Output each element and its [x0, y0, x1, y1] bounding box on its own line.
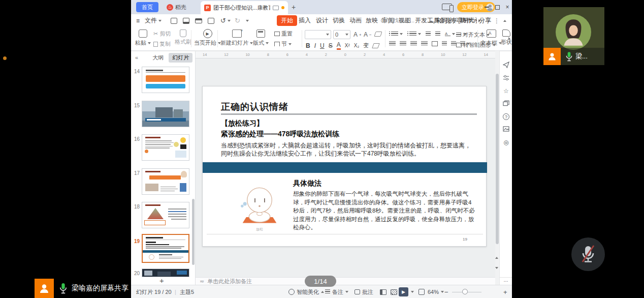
- slide-thumbnail-14[interactable]: [142, 67, 189, 93]
- collapse-panel-icon[interactable]: «: [135, 54, 138, 61]
- undo-button[interactable]: ↺: [220, 14, 231, 27]
- mute-microphone-button[interactable]: [571, 237, 605, 271]
- increase-indent-button[interactable]: [435, 32, 440, 37]
- superscript-button[interactable]: X²: [345, 43, 350, 48]
- font-size-select[interactable]: 0: [333, 30, 350, 39]
- slideshow-play-button[interactable]: ▶: [399, 287, 408, 296]
- resource-globe-icon[interactable]: ◎: [500, 139, 512, 146]
- align-center-button[interactable]: [400, 41, 406, 46]
- font-color-button[interactable]: A: [337, 41, 341, 50]
- vertical-scrollbar[interactable]: [495, 51, 499, 285]
- zoom-in-button[interactable]: +: [503, 285, 507, 298]
- hamburger-icon[interactable]: ≡: [136, 14, 140, 27]
- previous-slide-button[interactable]: [495, 257, 498, 259]
- strikethrough-button[interactable]: S: [329, 42, 333, 49]
- share-button[interactable]: ⇗ 分享: [472, 14, 491, 27]
- underline-button[interactable]: U: [320, 42, 325, 49]
- zoom-out-button[interactable]: −: [444, 285, 448, 298]
- properties-sliders-icon[interactable]: [500, 75, 512, 82]
- slide-thumbnail-19-current[interactable]: [142, 234, 189, 263]
- notes-bar[interactable]: ≂ 单击此处添加备注: [196, 277, 495, 285]
- scrollbar-thumb[interactable]: [496, 74, 499, 244]
- slide-thumbnail-17[interactable]: [142, 168, 189, 195]
- sync-status[interactable]: ☁ 未同步: [428, 14, 454, 27]
- collaborate-button[interactable]: 协作: [453, 14, 472, 27]
- redo-button[interactable]: ↻: [235, 14, 240, 27]
- reset-button[interactable]: 重置: [274, 30, 293, 38]
- paste-button[interactable]: 粘贴: [135, 29, 151, 47]
- ribbon-tab-design[interactable]: 设计: [316, 14, 328, 27]
- text-direction-button[interactable]: A: [445, 32, 455, 36]
- slide-thumbnail-15[interactable]: [142, 101, 189, 127]
- help-icon[interactable]: ?: [500, 113, 512, 120]
- close-button[interactable]: ×: [504, 4, 511, 11]
- participant-video-panel[interactable]: 梁...: [543, 7, 604, 65]
- panel-scrollbar[interactable]: [192, 199, 195, 265]
- notes-toggle-button[interactable]: 备注: [325, 285, 348, 298]
- justify-button[interactable]: [421, 41, 428, 46]
- layout-button[interactable]: 版式: [253, 29, 269, 47]
- home-tab-button[interactable]: 首页: [136, 2, 158, 12]
- ribbon-tab-insert[interactable]: 插入: [299, 14, 311, 27]
- highlight-pen-icon[interactable]: [372, 43, 380, 48]
- ribbon-expand-icon[interactable]: [508, 37, 510, 40]
- decrease-font-button[interactable]: A−: [364, 31, 372, 38]
- para-spacing-1-button[interactable]: [442, 41, 447, 46]
- new-tab-button[interactable]: +: [292, 3, 296, 11]
- file-menu[interactable]: 文件: [145, 14, 162, 27]
- print-preview-button[interactable]: [208, 14, 214, 27]
- add-slide-button[interactable]: +: [159, 276, 164, 285]
- minimize-button[interactable]: [483, 4, 490, 11]
- effects-star-icon[interactable]: ☆: [500, 87, 512, 95]
- slide-canvas[interactable]: 正确的认识情绪 【放松练习】 紧张感的处理——478呼吸法放松训练 当感到恐惧或…: [202, 86, 487, 247]
- ribbon-tab-animation[interactable]: 动画: [349, 14, 362, 27]
- tab-outline[interactable]: 大纲: [152, 54, 164, 62]
- kebab-menu-icon[interactable]: ⋮: [494, 14, 500, 27]
- subscript-button[interactable]: X₂: [354, 43, 360, 48]
- slide-thumbnail-16[interactable]: [142, 134, 189, 161]
- maximize-button[interactable]: [494, 4, 501, 11]
- copy-button[interactable]: 复制: [153, 40, 171, 48]
- slide-thumbnail-18[interactable]: [142, 202, 189, 228]
- next-slide-button[interactable]: [495, 267, 498, 269]
- align-right-button[interactable]: [410, 41, 417, 46]
- send-to-device-icon[interactable]: [500, 62, 512, 70]
- zoom-level[interactable]: 64%: [428, 285, 444, 298]
- bullet-list-button[interactable]: [389, 32, 403, 37]
- collapse-ribbon-icon[interactable]: [503, 14, 506, 27]
- smart-beautify-button[interactable]: 智能美化: [288, 285, 324, 298]
- new-slide-button[interactable]: + 新建幻灯片: [220, 29, 253, 47]
- format-painter-button[interactable]: 格式刷: [175, 29, 191, 46]
- slide-sorter-view-button[interactable]: [391, 289, 397, 295]
- increase-font-button[interactable]: A+: [353, 31, 362, 38]
- fit-slide-icon[interactable]: [418, 289, 425, 295]
- tab-slides[interactable]: 幻灯片: [169, 53, 192, 63]
- cut-button[interactable]: ✂剪切: [153, 30, 171, 38]
- comments-button[interactable]: 批注: [355, 285, 373, 298]
- export-image-icon[interactable]: [500, 126, 512, 133]
- bold-button[interactable]: B: [306, 42, 310, 49]
- theme-label[interactable]: 主题5: [180, 285, 194, 298]
- document-tab[interactable]: P 团干部心理知识...康教育0504: [201, 1, 288, 14]
- clear-format-eraser-icon[interactable]: [374, 32, 382, 37]
- quickbar-more-icon[interactable]: [246, 14, 249, 27]
- normal-view-button[interactable]: [380, 289, 387, 295]
- more-ellipsis-button[interactable]: ⋯: [499, 277, 512, 285]
- devices-icon[interactable]: [442, 4, 452, 10]
- duplicate-slide-icon[interactable]: [500, 100, 512, 108]
- align-left-button[interactable]: [389, 41, 396, 46]
- play-options-caret[interactable]: [411, 291, 414, 293]
- docer-tab[interactable]: ♨ 稻壳: [163, 2, 190, 12]
- export-button[interactable]: [183, 14, 189, 27]
- font-name-select[interactable]: [305, 30, 331, 39]
- italic-button[interactable]: I: [314, 42, 316, 49]
- numbered-list-button[interactable]: [407, 32, 421, 37]
- distribute-button[interactable]: [432, 41, 438, 46]
- decrease-indent-button[interactable]: [426, 32, 431, 37]
- para-spacing-2-button[interactable]: [451, 41, 456, 46]
- textbox-button[interactable]: A 文本框: [480, 29, 502, 47]
- ribbon-tab-slideshow[interactable]: 放映: [366, 14, 378, 27]
- print-button[interactable]: [195, 14, 202, 27]
- zoom-slider-knob[interactable]: [462, 289, 468, 294]
- ribbon-tab-start[interactable]: 开始: [277, 14, 297, 27]
